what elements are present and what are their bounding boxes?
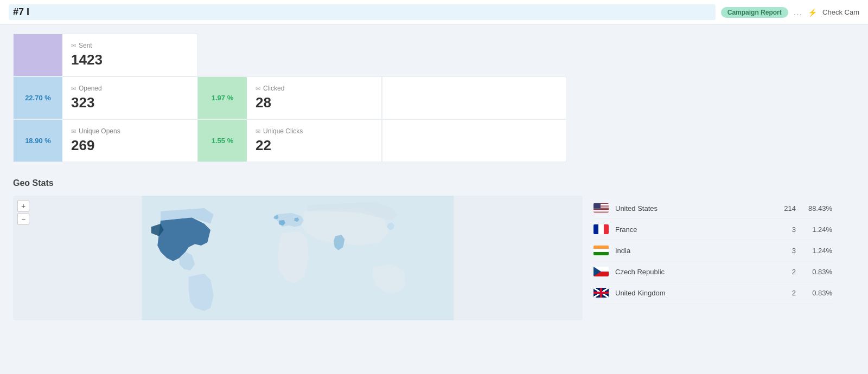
sent-value: 1423 <box>71 51 188 68</box>
unique-opens-content: ✉ Unique Opens 269 <box>62 120 197 162</box>
sent-card: ✉ Sent 1423 <box>13 34 197 76</box>
country-count-gb: 2 <box>774 289 796 297</box>
geo-stats-title: Geo Stats <box>13 178 855 188</box>
geo-stats-section: Geo Stats + − <box>13 178 855 331</box>
map-svg <box>13 196 583 320</box>
country-pct-in: 1.24% <box>802 247 832 255</box>
country-count-in: 3 <box>774 247 796 255</box>
stats-grid: ✉ Sent 1423 22.70 % ✉ Opened 323 1.97 % <box>13 34 855 162</box>
country-name-fr: France <box>615 225 768 234</box>
country-pct-us: 88.43% <box>802 204 832 212</box>
opened-content: ✉ Opened 323 <box>62 77 197 119</box>
check-cam-label[interactable]: Check Cam <box>822 8 859 16</box>
email-icon: ✉ <box>71 42 76 49</box>
country-pct-gb: 0.83% <box>802 289 832 297</box>
clicked-label: ✉ Clicked <box>256 85 373 92</box>
empty-card-2 <box>382 119 566 162</box>
sent-label: ✉ Sent <box>71 42 188 49</box>
header: #7 I Campaign Report ... ⚡ Check Cam <box>0 0 868 25</box>
country-name-us: United States <box>615 204 768 212</box>
list-item: United States 214 88.43% <box>593 198 832 219</box>
country-count-us: 214 <box>774 204 796 212</box>
country-count-cz: 2 <box>774 268 796 276</box>
opened-label: ✉ Opened <box>71 85 188 92</box>
world-map: + − <box>13 196 583 320</box>
country-list: United States 214 88.43% France 3 1.24% <box>593 196 832 304</box>
email-icon-4: ✉ <box>71 128 76 135</box>
geo-content: + − <box>13 196 855 320</box>
country-name-in: India <box>615 247 768 255</box>
map-controls: + − <box>17 200 29 225</box>
map-zoom-in-button[interactable]: + <box>17 200 29 212</box>
clicked-pct-block: 1.97 % <box>198 77 247 119</box>
empty-card-1 <box>382 76 566 119</box>
unique-opens-pct-block: 18.90 % <box>14 120 62 162</box>
opened-value: 323 <box>71 94 188 111</box>
country-count-fr: 3 <box>774 225 796 234</box>
unique-opens-card: 18.90 % ✉ Unique Opens 269 <box>13 119 197 162</box>
unique-clicks-pct-block: 1.55 % <box>198 120 247 162</box>
clicked-content: ✉ Clicked 28 <box>247 77 381 119</box>
flag-cz <box>593 267 609 276</box>
unique-clicks-card: 1.55 % ✉ Unique Clicks 22 <box>197 119 382 162</box>
flag-in <box>593 246 609 255</box>
lightning-icon: ⚡ <box>808 8 817 17</box>
unique-clicks-label: ✉ Unique Clicks <box>256 127 373 135</box>
list-item: France 3 1.24% <box>593 219 832 240</box>
flag-fr <box>593 224 609 234</box>
country-name-gb: United Kingdom <box>615 289 768 297</box>
unique-clicks-value: 22 <box>256 137 373 154</box>
list-item: Czech Republic 2 0.83% <box>593 261 832 282</box>
flag-us <box>593 203 609 213</box>
campaign-report-badge[interactable]: Campaign Report <box>721 7 788 18</box>
opened-pct-block: 22.70 % <box>14 77 62 119</box>
country-pct-cz: 0.83% <box>802 268 832 276</box>
sent-color-block <box>14 34 62 76</box>
list-item: United Kingdom 2 0.83% <box>593 282 832 304</box>
more-options-icon[interactable]: ... <box>794 8 802 17</box>
opened-card: 22.70 % ✉ Opened 323 <box>13 76 197 119</box>
country-name-cz: Czech Republic <box>615 268 768 276</box>
map-zoom-out-button[interactable]: − <box>17 213 29 225</box>
list-item: India 3 1.24% <box>593 240 832 261</box>
email-icon-3: ✉ <box>256 85 260 92</box>
unique-opens-label: ✉ Unique Opens <box>71 127 188 135</box>
unique-opens-value: 269 <box>71 137 188 154</box>
email-icon-2: ✉ <box>71 85 76 92</box>
sent-content: ✉ Sent 1423 <box>62 34 197 76</box>
main-content: ✉ Sent 1423 22.70 % ✉ Opened 323 1.97 % <box>0 25 868 340</box>
country-pct-fr: 1.24% <box>802 225 832 234</box>
clicked-card: 1.97 % ✉ Clicked 28 <box>197 76 382 119</box>
clicked-value: 28 <box>256 94 373 111</box>
flag-gb <box>593 288 609 298</box>
unique-clicks-content: ✉ Unique Clicks 22 <box>247 120 381 162</box>
email-icon-5: ✉ <box>256 128 260 135</box>
page-title: #7 I <box>9 4 716 20</box>
